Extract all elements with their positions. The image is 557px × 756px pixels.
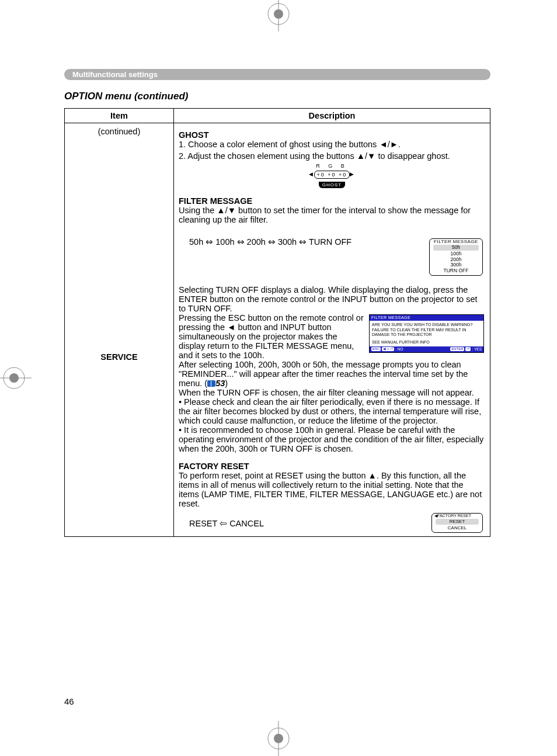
option-table: Item Description (continued) SERVICE GHO… (64, 108, 490, 537)
ghost-osd: R G B +0 +0 +0 GHOST (300, 163, 364, 188)
no-text: : NO (395, 347, 403, 352)
factory-reset-osd: ◀FACTORY RESET RESET CANCEL (431, 513, 483, 533)
filter-message-para4: When the TURN OFF is chosen, the air fil… (179, 388, 485, 397)
filter-message-osd-list: FILTER MESSAGE 50h 100h 200h 300h TURN O… (429, 238, 483, 276)
reset-osd-item: RESET (436, 519, 479, 525)
svg-point-8 (274, 734, 283, 743)
filter-message-para1: Selecting TURN OFF displays a dialog. Wh… (179, 285, 485, 313)
reset-osd-item: CANCEL (432, 525, 482, 531)
filter-osd-item: TURN OFF (430, 268, 482, 274)
page-number: 46 (64, 696, 74, 706)
item-continued-label: (continued) (69, 127, 169, 136)
filter-message-osd-dialog: FILTER MESSAGE ARE YOU SURE YOU WISH TO … (369, 314, 484, 353)
section-band: Multifunctional settings (64, 69, 490, 80)
ghost-osd-rgb: R G B (300, 163, 364, 169)
table-row: (continued) SERVICE GHOST 1. Choose a co… (65, 123, 490, 537)
book-icon (207, 380, 215, 387)
filter-message-para3: After selecting 100h, 200h, 300h or 50h,… (179, 360, 485, 388)
filter-osd-header: FILTER MESSAGE (430, 239, 482, 244)
ghost-step2: 2. Adjust the chosen element using the b… (179, 151, 485, 161)
filter-message-intro: Using the ▲/▼ button to set the timer fo… (179, 206, 485, 224)
dialog-title: FILTER MESSAGE (370, 315, 483, 321)
para3-text-b: ) (225, 379, 228, 388)
dialog-line3: SEE MANUAL FURTHER INFO (372, 340, 481, 345)
enter-btn-icon: ⏎ (465, 347, 471, 351)
ghost-osd-label: GHOST (319, 182, 345, 188)
crop-mark-bottom (261, 721, 296, 756)
factory-reset-para: To perform reset, point at RESET using t… (179, 471, 485, 508)
filter-message-bullet2: • It is recommended to choose 100h in ge… (179, 425, 485, 453)
ghost-title: GHOST (179, 130, 485, 140)
enter-label: ENTER (450, 347, 464, 351)
item-cell: (continued) SERVICE (65, 123, 174, 537)
ghost-osd-values: +0 +0 +0 (314, 171, 350, 179)
factory-reset-title: FACTORY RESET (179, 462, 485, 471)
description-cell: GHOST 1. Choose a color element of ghost… (174, 123, 490, 537)
column-header-description: Description (174, 109, 490, 123)
esc-btn-icon: ◀ + ⏎ (382, 347, 394, 351)
page-ref: 53 (215, 379, 225, 388)
dialog-footer-right: ENTER ⏎ : YES (450, 347, 482, 352)
ghost-step2-text: 2. Adjust the chosen element using the b… (179, 151, 450, 161)
page-content: Multifunctional settings OPTION menu (co… (64, 69, 490, 537)
item-service-label: SERVICE (69, 352, 169, 362)
svg-point-5 (9, 373, 19, 383)
crop-mark-top (261, 0, 296, 32)
page-subtitle: OPTION menu (continued) (64, 91, 490, 102)
reset-osd-header: ◀FACTORY RESET (432, 514, 482, 518)
svg-point-2 (274, 9, 283, 19)
column-header-item: Item (65, 109, 174, 123)
ghost-step1: 1. Choose a color element of ghost using… (179, 140, 485, 149)
filter-osd-item: 50h (433, 245, 479, 251)
yes-text: : YES (472, 347, 482, 352)
dialog-line1: ARE YOU SURE YOU WISH TO DISABLE WARNING… (372, 322, 481, 327)
esc-label: ESC (371, 347, 381, 351)
filter-message-bullet1: • Please check and clean the air filter … (179, 397, 485, 425)
filter-message-title: FILTER MESSAGE (179, 196, 485, 206)
crop-mark-left (0, 360, 32, 396)
dialog-line2: FAILURE TO CLEAN THE FILTER MAY RESULT I… (372, 328, 481, 338)
dialog-footer-left: ESC ◀ + ⏎ : NO (371, 347, 403, 352)
